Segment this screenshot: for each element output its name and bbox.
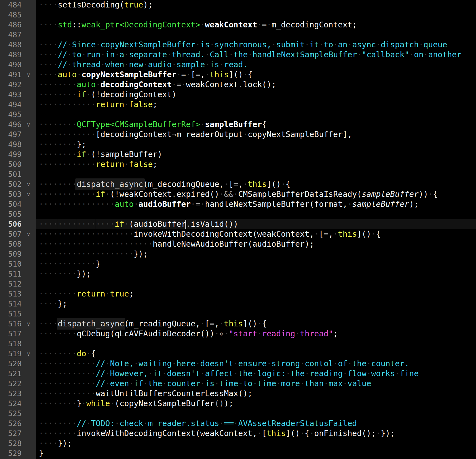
gutter-row[interactable]: 519∨ <box>0 349 36 359</box>
code-line[interactable]: ········qCDebug(qLcAVFAudioDecoder())·«·… <box>0 329 476 339</box>
gutter-row[interactable]: 513 <box>0 289 36 299</box>
fold-chevron-icon[interactable]: ∨ <box>23 349 34 359</box>
code-line[interactable]: ········return·true; <box>0 289 476 299</box>
code-line[interactable]: ········}); <box>0 269 476 279</box>
gutter-row[interactable]: 507∨ <box>0 229 36 239</box>
code-line[interactable]: ····················invokeWithDecodingCo… <box>0 229 476 239</box>
gutter-row[interactable]: 485 <box>0 10 36 20</box>
code-line[interactable]: ····setIsDecoding(true); <box>0 0 476 10</box>
code-line[interactable]: ············//·even·if·the·counter·is·ti… <box>0 379 476 389</box>
code-area[interactable]: ····setIsDecoding(true);····std::weak_pt… <box>0 0 476 459</box>
gutter-row[interactable]: 487 <box>0 30 36 40</box>
code-line[interactable]: ············} <box>0 259 476 269</box>
code-line[interactable] <box>0 309 476 319</box>
gutter-row[interactable]: 522 <box>0 379 36 389</box>
gutter-row[interactable]: 486 <box>0 20 36 30</box>
gutter-row[interactable]: 524 <box>0 399 36 409</box>
gutter-row[interactable]: 518 <box>0 339 36 349</box>
code-line[interactable]: ············return·false; <box>0 100 476 110</box>
code-line[interactable]: ········if·(!sampleBuffer) <box>0 149 476 159</box>
gutter-row[interactable]: 521 <box>0 369 36 379</box>
code-line[interactable] <box>0 339 476 349</box>
code-line[interactable]: } <box>0 448 476 458</box>
code-line[interactable]: ····auto·copyNextSampleBuffer·=·[=,·this… <box>0 70 476 80</box>
gutter-row[interactable]: 525 <box>0 409 36 419</box>
code-line[interactable]: ········QCFType<CMSampleBufferRef>·sampl… <box>0 120 476 130</box>
gutter-row[interactable]: 505 <box>0 209 36 219</box>
fold-chevron-icon[interactable]: ∨ <box>23 70 34 80</box>
gutter-row[interactable]: 503∨ <box>0 189 36 199</box>
gutter-row[interactable]: 528 <box>0 439 36 448</box>
gutter-row[interactable]: 508 <box>0 239 36 249</box>
fold-chevron-icon[interactable]: ∨ <box>23 229 34 239</box>
code-line[interactable] <box>0 409 476 419</box>
code-line[interactable]: ····//·Since·copyNextSampleBuffer·is·syn… <box>0 40 476 50</box>
gutter-row[interactable]: 497 <box>0 130 36 140</box>
code-line[interactable] <box>0 110 476 120</box>
code-line[interactable]: ········}·while·(copyNextSampleBuffer())… <box>0 399 476 409</box>
gutter-row[interactable]: 498 <box>0 140 36 149</box>
gutter-row[interactable]: 527 <box>0 429 36 439</box>
gutter-row[interactable]: 489 <box>0 50 36 60</box>
gutter-row[interactable]: 494 <box>0 100 36 110</box>
gutter-row[interactable]: 496∨ <box>0 120 36 130</box>
gutter-row[interactable]: 502∨ <box>0 179 36 189</box>
gutter-row[interactable]: 512 <box>0 279 36 289</box>
gutter-row[interactable]: 493 <box>0 90 36 100</box>
gutter-row[interactable]: 529 <box>0 448 36 458</box>
code-line[interactable]: ········dispatch_async(m_decodingQueue,·… <box>0 179 476 189</box>
code-line[interactable]: ············//·However,·it·doesn't·affec… <box>0 369 476 379</box>
code-line[interactable]: ························handleNewAudioBu… <box>0 239 476 249</box>
fold-chevron-icon[interactable]: ∨ <box>23 179 34 189</box>
code-line[interactable]: ····················}); <box>0 249 476 259</box>
gutter-row[interactable]: 511 <box>0 269 36 279</box>
code-line[interactable] <box>0 30 476 40</box>
gutter-row[interactable]: 492 <box>0 80 36 90</box>
code-line[interactable]: ········//·TODO:·check·m_reader.status·═… <box>0 419 476 429</box>
gutter-row[interactable]: 488 <box>0 40 36 50</box>
code-line[interactable]: ········}; <box>0 140 476 149</box>
code-line[interactable]: ········if·(!decodingContext) <box>0 90 476 100</box>
fold-chevron-icon[interactable]: ∨ <box>23 319 34 329</box>
code-line[interactable]: ····std::weak_ptr<DecodingContext>·weakC… <box>0 20 476 30</box>
code-line[interactable] <box>0 209 476 219</box>
gutter-row[interactable]: 523 <box>0 389 36 399</box>
gutter-row[interactable]: 509 <box>0 249 36 259</box>
code-line[interactable]: ············//·Note,·waiting·here·doesn'… <box>0 359 476 369</box>
code-line[interactable]: ····dispatch_async(m_readingQueue,·[=,·t… <box>0 319 476 329</box>
code-line[interactable]: ····}); <box>0 439 476 448</box>
code-line[interactable]: ········invokeWithDecodingContext(weakCo… <box>0 429 476 439</box>
code-line[interactable]: ····//·thread·when·new·audio·sample·is·r… <box>0 60 476 70</box>
gutter-row[interactable]: 510 <box>0 259 36 269</box>
code-line[interactable]: ····//·to·run·in·a·separate·thread.·Call… <box>0 50 476 60</box>
code-line-current[interactable]: ················if·(audioBuffer.isValid(… <box>0 219 476 229</box>
code-line[interactable]: ············if·(!weakContext.expired()·&… <box>0 189 476 199</box>
fold-chevron-icon[interactable]: ∨ <box>23 120 34 130</box>
gutter-row[interactable]: 506 <box>0 219 36 229</box>
gutter-row[interactable]: 501 <box>0 169 36 179</box>
code-line[interactable] <box>0 10 476 20</box>
code-line[interactable]: ····}; <box>0 299 476 309</box>
gutter-row[interactable]: 516∨ <box>0 319 36 329</box>
code-line[interactable]: ············waitUntilBuffersCounterLessM… <box>0 389 476 399</box>
gutter-row[interactable]: 499 <box>0 149 36 159</box>
code-line[interactable]: ················auto·audioBuffer·=·handl… <box>0 199 476 209</box>
gutter-row[interactable]: 484 <box>0 0 36 10</box>
code-line[interactable]: ············[decodingContext→m_readerOut… <box>0 130 476 140</box>
gutter-row[interactable]: 495 <box>0 110 36 120</box>
code-line[interactable]: ········do·{ <box>0 349 476 359</box>
gutter-row[interactable]: 520 <box>0 359 36 369</box>
gutter-row[interactable]: 491∨ <box>0 70 36 80</box>
gutter-row[interactable]: 526 <box>0 419 36 429</box>
gutter-row[interactable]: 514 <box>0 299 36 309</box>
gutter-row[interactable]: 515 <box>0 309 36 319</box>
code-line[interactable] <box>0 279 476 289</box>
code-line[interactable]: ········auto·decodingContext·=·weakConte… <box>0 80 476 90</box>
code-line[interactable]: ············return·false; <box>0 159 476 169</box>
gutter-row[interactable]: 500 <box>0 159 36 169</box>
gutter-row[interactable]: 517 <box>0 329 36 339</box>
fold-chevron-icon[interactable]: ∨ <box>23 189 34 199</box>
gutter-row[interactable]: 490 <box>0 60 36 70</box>
code-line[interactable] <box>0 169 476 179</box>
gutter-row[interactable]: 504 <box>0 199 36 209</box>
